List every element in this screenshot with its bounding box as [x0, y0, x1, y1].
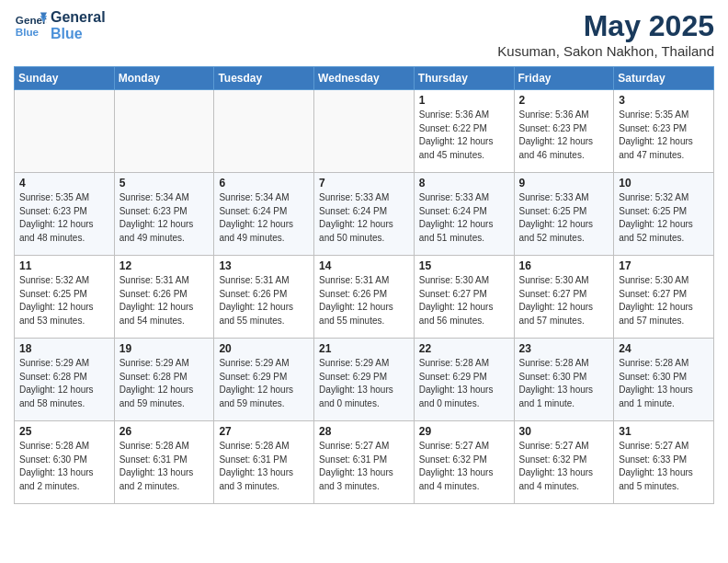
calendar-cell: 6Sunrise: 5:34 AM Sunset: 6:24 PM Daylig…: [214, 173, 314, 256]
day-number: 7: [319, 177, 409, 190]
weekday-header-tuesday: Tuesday: [214, 67, 314, 90]
week-row-4: 18Sunrise: 5:29 AM Sunset: 6:28 PM Dayli…: [15, 339, 714, 421]
week-row-5: 25Sunrise: 5:28 AM Sunset: 6:30 PM Dayli…: [15, 421, 714, 504]
day-info: Sunrise: 5:33 AM Sunset: 6:24 PM Dayligh…: [319, 191, 409, 245]
day-number: 2: [519, 94, 609, 107]
day-info: Sunrise: 5:32 AM Sunset: 6:25 PM Dayligh…: [19, 274, 109, 327]
day-number: 27: [219, 425, 309, 438]
calendar-cell: 9Sunrise: 5:33 AM Sunset: 6:25 PM Daylig…: [514, 173, 614, 256]
calendar-cell: 31Sunrise: 5:27 AM Sunset: 6:33 PM Dayli…: [614, 421, 714, 504]
calendar-cell: 30Sunrise: 5:27 AM Sunset: 6:32 PM Dayli…: [514, 421, 614, 504]
day-number: 8: [419, 177, 509, 190]
logo: General Blue General Blue: [14, 9, 106, 42]
day-info: Sunrise: 5:27 AM Sunset: 6:33 PM Dayligh…: [619, 440, 709, 493]
weekday-header-saturday: Saturday: [614, 67, 714, 90]
day-info: Sunrise: 5:34 AM Sunset: 6:23 PM Dayligh…: [119, 191, 210, 245]
calendar-table: SundayMondayTuesdayWednesdayThursdayFrid…: [14, 66, 714, 504]
day-number: 1: [419, 94, 509, 107]
day-info: Sunrise: 5:29 AM Sunset: 6:29 PM Dayligh…: [219, 357, 309, 410]
day-number: 17: [619, 259, 709, 272]
day-info: Sunrise: 5:33 AM Sunset: 6:24 PM Dayligh…: [419, 191, 509, 245]
day-number: 28: [319, 425, 409, 438]
weekday-header-wednesday: Wednesday: [314, 67, 415, 90]
logo-general: General: [51, 9, 106, 26]
calendar-cell: 12Sunrise: 5:31 AM Sunset: 6:26 PM Dayli…: [114, 256, 214, 339]
day-number: 5: [119, 177, 210, 190]
calendar-cell: 29Sunrise: 5:27 AM Sunset: 6:32 PM Dayli…: [414, 421, 514, 504]
calendar-cell: 24Sunrise: 5:28 AM Sunset: 6:30 PM Dayli…: [614, 339, 714, 421]
day-number: 23: [519, 342, 609, 355]
title-block: May 2025 Kusuman, Sakon Nakhon, Thailand: [497, 9, 714, 59]
calendar-cell: 19Sunrise: 5:29 AM Sunset: 6:28 PM Dayli…: [114, 339, 214, 421]
logo-blue: Blue: [51, 26, 106, 42]
day-info: Sunrise: 5:34 AM Sunset: 6:24 PM Dayligh…: [219, 191, 309, 245]
calendar-cell: [15, 90, 115, 173]
day-info: Sunrise: 5:32 AM Sunset: 6:25 PM Dayligh…: [619, 191, 709, 245]
day-number: 30: [519, 425, 609, 438]
day-info: Sunrise: 5:31 AM Sunset: 6:26 PM Dayligh…: [319, 274, 409, 327]
calendar-cell: 26Sunrise: 5:28 AM Sunset: 6:31 PM Dayli…: [114, 421, 214, 504]
day-number: 31: [619, 425, 709, 438]
day-number: 14: [319, 259, 409, 272]
day-number: 9: [519, 177, 609, 190]
day-info: Sunrise: 5:36 AM Sunset: 6:23 PM Dayligh…: [519, 109, 609, 162]
calendar-cell: [314, 90, 415, 173]
day-info: Sunrise: 5:28 AM Sunset: 6:31 PM Dayligh…: [119, 440, 210, 493]
day-number: 15: [419, 259, 509, 272]
calendar-cell: 23Sunrise: 5:28 AM Sunset: 6:30 PM Dayli…: [514, 339, 614, 421]
calendar-cell: 21Sunrise: 5:29 AM Sunset: 6:29 PM Dayli…: [314, 339, 415, 421]
day-info: Sunrise: 5:28 AM Sunset: 6:30 PM Dayligh…: [619, 357, 709, 410]
day-number: 3: [619, 94, 709, 107]
day-number: 25: [19, 425, 109, 438]
calendar-cell: 15Sunrise: 5:30 AM Sunset: 6:27 PM Dayli…: [414, 256, 514, 339]
weekday-header-monday: Monday: [114, 67, 214, 90]
month-title: May 2025: [497, 9, 714, 43]
day-info: Sunrise: 5:28 AM Sunset: 6:30 PM Dayligh…: [519, 357, 609, 410]
calendar-cell: 10Sunrise: 5:32 AM Sunset: 6:25 PM Dayli…: [614, 173, 714, 256]
day-number: 18: [19, 342, 109, 355]
calendar-cell: 7Sunrise: 5:33 AM Sunset: 6:24 PM Daylig…: [314, 173, 415, 256]
day-info: Sunrise: 5:28 AM Sunset: 6:30 PM Dayligh…: [19, 440, 109, 493]
calendar-cell: 13Sunrise: 5:31 AM Sunset: 6:26 PM Dayli…: [214, 256, 314, 339]
calendar-cell: 28Sunrise: 5:27 AM Sunset: 6:31 PM Dayli…: [314, 421, 415, 504]
day-info: Sunrise: 5:28 AM Sunset: 6:31 PM Dayligh…: [219, 440, 309, 493]
day-info: Sunrise: 5:28 AM Sunset: 6:29 PM Dayligh…: [419, 357, 509, 410]
day-info: Sunrise: 5:30 AM Sunset: 6:27 PM Dayligh…: [419, 274, 509, 327]
day-number: 22: [419, 342, 509, 355]
calendar-cell: 1Sunrise: 5:36 AM Sunset: 6:22 PM Daylig…: [414, 90, 514, 173]
location-title: Kusuman, Sakon Nakhon, Thailand: [497, 43, 714, 59]
weekday-row: SundayMondayTuesdayWednesdayThursdayFrid…: [15, 67, 714, 90]
day-info: Sunrise: 5:36 AM Sunset: 6:22 PM Dayligh…: [419, 109, 509, 162]
day-number: 6: [219, 177, 309, 190]
day-info: Sunrise: 5:35 AM Sunset: 6:23 PM Dayligh…: [619, 109, 709, 162]
calendar-cell: 20Sunrise: 5:29 AM Sunset: 6:29 PM Dayli…: [214, 339, 314, 421]
weekday-header-thursday: Thursday: [414, 67, 514, 90]
day-number: 20: [219, 342, 309, 355]
day-number: 13: [219, 259, 309, 272]
calendar-cell: 5Sunrise: 5:34 AM Sunset: 6:23 PM Daylig…: [114, 173, 214, 256]
day-number: 29: [419, 425, 509, 438]
weekday-header-sunday: Sunday: [15, 67, 115, 90]
calendar-cell: 25Sunrise: 5:28 AM Sunset: 6:30 PM Dayli…: [15, 421, 115, 504]
day-info: Sunrise: 5:31 AM Sunset: 6:26 PM Dayligh…: [219, 274, 309, 327]
day-info: Sunrise: 5:29 AM Sunset: 6:28 PM Dayligh…: [19, 357, 109, 410]
calendar-cell: 16Sunrise: 5:30 AM Sunset: 6:27 PM Dayli…: [514, 256, 614, 339]
calendar-cell: 17Sunrise: 5:30 AM Sunset: 6:27 PM Dayli…: [614, 256, 714, 339]
logo-icon: General Blue: [14, 9, 47, 42]
calendar-cell: 14Sunrise: 5:31 AM Sunset: 6:26 PM Dayli…: [314, 256, 415, 339]
svg-text:Blue: Blue: [16, 26, 40, 38]
day-number: 21: [319, 342, 409, 355]
calendar-cell: 8Sunrise: 5:33 AM Sunset: 6:24 PM Daylig…: [414, 173, 514, 256]
day-info: Sunrise: 5:33 AM Sunset: 6:25 PM Dayligh…: [519, 191, 609, 245]
day-info: Sunrise: 5:27 AM Sunset: 6:32 PM Dayligh…: [519, 440, 609, 493]
day-number: 26: [119, 425, 210, 438]
day-info: Sunrise: 5:31 AM Sunset: 6:26 PM Dayligh…: [119, 274, 210, 327]
page-header: General Blue General Blue May 2025 Kusum…: [14, 9, 714, 59]
calendar-cell: 11Sunrise: 5:32 AM Sunset: 6:25 PM Dayli…: [15, 256, 115, 339]
day-info: Sunrise: 5:30 AM Sunset: 6:27 PM Dayligh…: [519, 274, 609, 327]
calendar-header: SundayMondayTuesdayWednesdayThursdayFrid…: [15, 67, 714, 90]
calendar-cell: 18Sunrise: 5:29 AM Sunset: 6:28 PM Dayli…: [15, 339, 115, 421]
calendar-cell: 4Sunrise: 5:35 AM Sunset: 6:23 PM Daylig…: [15, 173, 115, 256]
calendar-cell: [214, 90, 314, 173]
week-row-3: 11Sunrise: 5:32 AM Sunset: 6:25 PM Dayli…: [15, 256, 714, 339]
